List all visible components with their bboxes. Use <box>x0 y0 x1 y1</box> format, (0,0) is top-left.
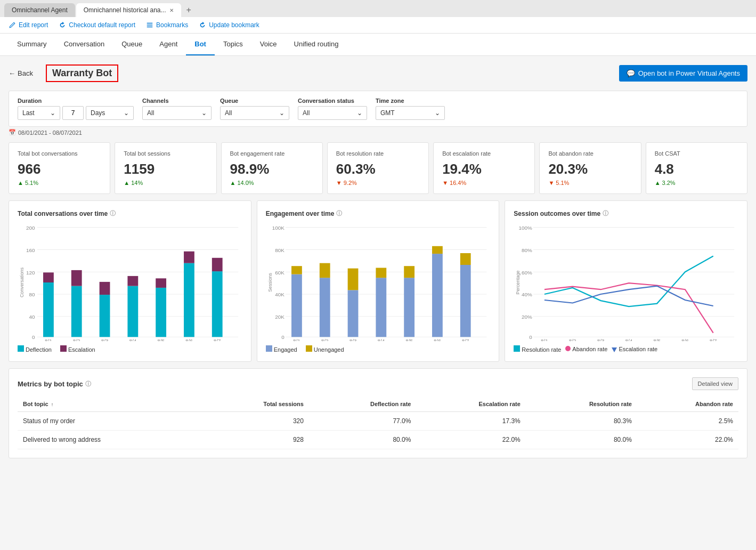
date-range-display: 📅 08/01/2021 - 08/07/2021 <box>9 129 747 136</box>
open-bot-button[interactable]: 💬 Open bot in Power Virtual Agents <box>619 65 747 82</box>
table-row: Status of my order 320 77.0% 17.3% 80.3%… <box>18 412 738 431</box>
svg-rect-63 <box>432 254 443 337</box>
chart-title: Engagement over time ⓘ <box>266 209 491 217</box>
tab-label: Omnichannel Agent <box>12 6 68 14</box>
svg-text:0: 0 <box>530 334 533 340</box>
trend-down-icon: ▼ <box>548 180 554 186</box>
tab-omnichannel-agent[interactable]: Omnichannel Agent <box>4 3 75 17</box>
unengaged-legend-label: Unengaged <box>314 346 344 353</box>
svg-text:8/1: 8/1 <box>293 338 300 341</box>
main-content: ← Back Warranty Bot 💬 Open bot in Power … <box>0 56 756 467</box>
conversations-over-time-chart: Total conversations over time ⓘ 200 160 … <box>9 200 251 362</box>
toolbar: Edit report Checkout default report Book… <box>0 17 756 34</box>
svg-rect-52 <box>320 263 330 278</box>
svg-text:80K: 80K <box>275 247 284 253</box>
tab-omnichannel-historical[interactable]: Omnichannel historical ana... ✕ <box>76 3 181 17</box>
svg-rect-54 <box>347 290 358 337</box>
svg-text:8/2: 8/2 <box>73 338 80 341</box>
svg-rect-13 <box>43 282 54 337</box>
svg-rect-26 <box>156 278 166 288</box>
svg-rect-29 <box>184 252 194 263</box>
edit-report-button[interactable]: Edit report <box>9 21 48 29</box>
tab-topics[interactable]: Topics <box>215 34 251 55</box>
calendar-icon: 📅 <box>9 129 16 136</box>
kpi-value: 966 <box>18 161 101 177</box>
trend-up-icon: ▲ <box>18 180 23 186</box>
escalation-legend-label: Escalation rate <box>619 346 657 352</box>
checkout-default-button[interactable]: Checkout default report <box>59 21 135 29</box>
queue-select[interactable]: All ⌄ <box>220 106 289 120</box>
bookmarks-button[interactable]: Bookmarks <box>146 21 188 29</box>
svg-text:40: 40 <box>29 314 36 320</box>
svg-text:0: 0 <box>32 334 35 340</box>
escalation-legend-dot <box>60 345 67 352</box>
duration-unit-select[interactable]: Days ⌄ <box>86 106 134 120</box>
svg-text:8/4: 8/4 <box>129 338 136 341</box>
sort-icon[interactable]: ↑ <box>51 402 54 407</box>
abandon-legend-label: Abandon rate <box>572 346 607 352</box>
svg-text:8/6: 8/6 <box>185 338 193 341</box>
timezone-filter: Time zone GMT ⌄ <box>376 98 445 120</box>
browser-tab-bar: Omnichannel Agent Omnichannel historical… <box>0 0 756 17</box>
duration-label: Duration <box>18 98 134 104</box>
svg-text:8/4: 8/4 <box>377 338 385 341</box>
chart-legend: Resolution rate Abandon rate Escalation … <box>514 345 738 353</box>
timezone-select[interactable]: GMT ⌄ <box>376 106 445 120</box>
kpi-bot-csat: Bot CSAT 4.8 ▲ 3.2% <box>646 142 747 194</box>
session-outcomes-chart: Session outcomes over time ⓘ 100% 80% 60… <box>505 200 747 362</box>
trend-up-icon: ▲ <box>230 180 236 186</box>
engagement-chart-svg: 100K 80K 60K 40K 20K 0 Sessions <box>266 224 491 341</box>
svg-text:8/2: 8/2 <box>321 338 329 341</box>
svg-text:8/5: 8/5 <box>405 338 413 341</box>
chevron-down-icon: ⌄ <box>50 109 55 117</box>
escalation-legend-label: Escalation <box>68 346 95 353</box>
back-button[interactable]: ← Back <box>9 69 33 77</box>
tab-conversation[interactable]: Conversation <box>55 34 113 55</box>
col-resolution-rate: Resolution rate <box>526 397 637 412</box>
close-tab-icon[interactable]: ✕ <box>169 7 174 13</box>
svg-rect-49 <box>291 266 302 274</box>
svg-text:20%: 20% <box>522 314 532 320</box>
duration-value-input[interactable] <box>62 106 84 120</box>
info-icon: ⓘ <box>336 209 342 217</box>
unengaged-legend-dot <box>306 345 312 352</box>
tab-voice[interactable]: Voice <box>251 34 286 55</box>
kpi-bot-resolution-rate: Bot resolution rate 60.3% ▼ 9.2% <box>327 142 429 194</box>
filters-panel: Duration Last ⌄ Days ⌄ Channels All ⌄ Q <box>9 91 747 127</box>
escalation-rate-cell: 22.0% <box>416 431 525 449</box>
chevron-down-icon: ⌄ <box>279 109 284 117</box>
channels-select[interactable]: All ⌄ <box>142 106 212 120</box>
tab-unified-routing[interactable]: Unified routing <box>286 34 347 55</box>
chart-legend: Deflection Escalation <box>18 345 242 353</box>
bot-topic-table: Bot topic ↑ Total sessions Deflection ra… <box>18 397 738 449</box>
chevron-down-icon: ⌄ <box>124 109 129 117</box>
svg-rect-58 <box>376 268 386 278</box>
tab-summary[interactable]: Summary <box>9 34 55 55</box>
line-chart-area: 100% 80% 60% 40% 20% 0 Percentage 8/1 8/… <box>514 224 738 341</box>
kpi-label: Bot abandon rate <box>548 150 632 157</box>
svg-rect-31 <box>212 271 223 337</box>
svg-text:160: 160 <box>26 247 35 253</box>
bar-chart-svg: 200 160 120 80 40 0 Conversations <box>18 224 242 341</box>
engaged-legend-dot <box>266 345 272 352</box>
duration-preset-select[interactable]: Last ⌄ <box>18 106 60 120</box>
duration-filter: Duration Last ⌄ Days ⌄ <box>18 98 134 120</box>
update-bookmark-button[interactable]: Update bookmark <box>199 21 259 29</box>
tab-label: Omnichannel historical ana... <box>84 6 166 14</box>
svg-text:Percentage: Percentage <box>515 270 521 294</box>
queue-label: Queue <box>220 98 289 104</box>
tab-agent[interactable]: Agent <box>151 34 186 55</box>
deflection-rate-cell: 80.0% <box>309 431 417 449</box>
tab-queue[interactable]: Queue <box>113 34 151 55</box>
svg-text:200: 200 <box>26 225 35 231</box>
conv-status-select[interactable]: All ⌄ <box>298 106 367 120</box>
svg-text:80: 80 <box>29 292 36 297</box>
kpi-value: 60.3% <box>336 161 420 177</box>
add-tab-button[interactable]: + <box>182 3 196 17</box>
tab-bot[interactable]: Bot <box>186 34 215 55</box>
svg-rect-64 <box>432 246 443 254</box>
chart-title: Session outcomes over time ⓘ <box>514 209 738 217</box>
detailed-view-button[interactable]: Detailed view <box>692 377 738 390</box>
table-row: Delivered to wrong address 928 80.0% 22.… <box>18 431 738 449</box>
edit-icon <box>9 21 16 29</box>
